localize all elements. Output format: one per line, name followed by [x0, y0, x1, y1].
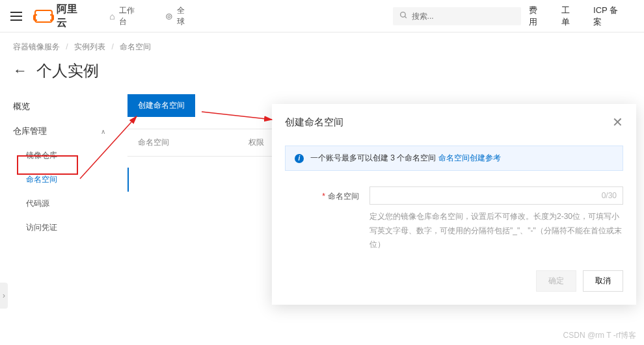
- input-wrap: 0/30: [369, 186, 623, 205]
- create-namespace-dialog: 创建命名空间 ✕ i 一个账号最多可以创建 3 个命名空间 命名空间创建参考 *…: [272, 104, 636, 305]
- cancel-button[interactable]: 取消: [583, 270, 623, 292]
- search-icon: [399, 11, 408, 21]
- ok-button[interactable]: 确定: [536, 270, 576, 292]
- fee-link[interactable]: 费用: [521, 5, 553, 28]
- breadcrumb: 容器镜像服务 / 实例列表 / 命名空间: [0, 32, 644, 53]
- form-label: *命名空间: [285, 186, 369, 252]
- logo-text: 阿里云: [57, 3, 87, 30]
- dialog-footer: 确定 取消: [272, 252, 636, 305]
- top-nav: 阿里云 ⌂ 工作台 ⊚ 全球 费用 工单 ICP 备案: [0, 0, 644, 32]
- dialog-title: 创建命名空间: [285, 116, 343, 129]
- back-arrow-icon[interactable]: ←: [13, 62, 27, 79]
- top-right-links: 费用 工单 ICP 备案: [521, 5, 634, 28]
- sidebar-item-code-source[interactable]: 代码源: [13, 192, 114, 216]
- column-namespace: 命名空间: [127, 129, 238, 156]
- chevron-right-icon: ›: [3, 291, 5, 300]
- sidebar-item-image-repo[interactable]: 镜像仓库: [13, 144, 114, 168]
- chevron-up-icon: ∧: [101, 128, 105, 135]
- hamburger-icon: [10, 16, 22, 17]
- breadcrumb-sep: /: [111, 42, 113, 51]
- region-label: 全球: [177, 5, 192, 27]
- home-icon: ⌂: [109, 11, 114, 21]
- search-box[interactable]: [393, 7, 522, 25]
- sidebar-item-namespace[interactable]: 命名空间: [13, 168, 114, 192]
- form-field: 0/30 定义您的镜像仓库命名空间，设置后不可修改。长度为2-30位，可填写小写…: [369, 186, 623, 252]
- namespace-input[interactable]: [369, 186, 623, 205]
- svg-line-1: [405, 16, 407, 18]
- page-title-row: ← 个人实例: [0, 53, 644, 94]
- sidebar: 概览 仓库管理 ∧ 镜像仓库 命名空间 代码源 访问凭证 ›: [0, 94, 114, 240]
- info-link[interactable]: 命名空间创建参考: [438, 153, 501, 164]
- info-icon: i: [295, 154, 304, 163]
- info-text: 一个账号最多可以创建 3 个命名空间: [310, 153, 436, 164]
- sidebar-repo-mgmt-label: 仓库管理: [13, 125, 47, 137]
- hamburger-menu[interactable]: [0, 0, 32, 32]
- region-selector[interactable]: ⊚ 全球: [156, 1, 201, 31]
- dialog-header: 创建命名空间 ✕: [272, 104, 636, 140]
- logo[interactable]: 阿里云: [32, 3, 98, 30]
- sidebar-expand-toggle[interactable]: ›: [0, 283, 8, 309]
- char-count: 0/30: [602, 191, 617, 200]
- field-label-text: 命名空间: [328, 192, 359, 201]
- sidebar-overview[interactable]: 概览: [13, 94, 114, 119]
- breadcrumb-sep: /: [66, 42, 68, 51]
- workbench-label: 工作台: [119, 5, 142, 27]
- help-text: 定义您的镜像仓库命名空间，设置后不可修改。长度为2-30位，可填写小写英文字母、…: [369, 210, 623, 252]
- sidebar-item-label: 命名空间: [26, 175, 57, 184]
- close-icon[interactable]: ✕: [612, 114, 623, 130]
- aliyun-logo-icon: [34, 10, 53, 23]
- workbench-button[interactable]: ⌂ 工作台: [100, 1, 151, 31]
- globe-icon: ⊚: [165, 11, 173, 21]
- sidebar-item-credentials[interactable]: 访问凭证: [13, 216, 114, 240]
- info-banner: i 一个账号最多可以创建 3 个命名空间 命名空间创建参考: [285, 146, 623, 171]
- required-asterisk: *: [322, 192, 325, 201]
- svg-point-0: [400, 12, 405, 17]
- sidebar-repo-mgmt[interactable]: 仓库管理 ∧: [13, 119, 114, 144]
- watermark: CSDN @rm T -rf博客: [563, 330, 636, 341]
- order-link[interactable]: 工单: [554, 5, 585, 28]
- breadcrumb-leaf: 命名空间: [120, 42, 151, 51]
- breadcrumb-root[interactable]: 容器镜像服务: [13, 42, 60, 51]
- breadcrumb-mid[interactable]: 实例列表: [74, 42, 105, 51]
- form-row-namespace: *命名空间 0/30 定义您的镜像仓库命名空间，设置后不可修改。长度为2-30位…: [272, 171, 636, 252]
- search-input[interactable]: [412, 12, 515, 21]
- page-title: 个人实例: [36, 60, 99, 81]
- create-namespace-button[interactable]: 创建命名空间: [127, 94, 195, 117]
- icp-link[interactable]: ICP 备案: [585, 5, 634, 28]
